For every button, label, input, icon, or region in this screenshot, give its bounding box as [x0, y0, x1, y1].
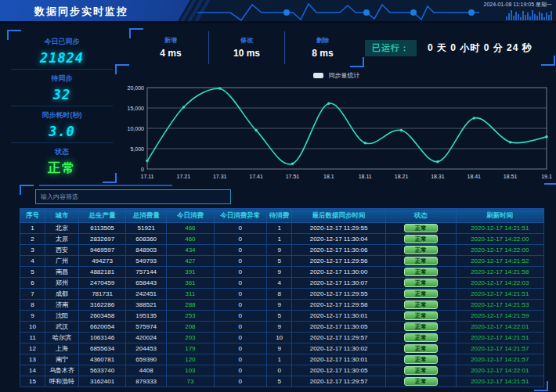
city-sync-table-panel: 序号城市总生产量总消费量今日消费今日消费异常待消费最后数据同步时间状态刷新时间 …: [20, 208, 544, 388]
cell-production: 494273: [78, 256, 125, 267]
cell-today: 288: [167, 300, 214, 311]
cell-production: 6620054: [78, 322, 125, 333]
cell-city: 武汉: [45, 322, 79, 333]
cell-today: 73: [167, 376, 214, 387]
chart-point: [291, 162, 294, 165]
chart-point: [255, 129, 258, 132]
chart-point: [400, 129, 403, 132]
cell-consumption: 204453: [126, 343, 167, 354]
cell-city: 乌鲁木齐: [45, 365, 79, 376]
cell-seq: 6: [20, 278, 45, 289]
chart-y-tick: 10,000: [128, 126, 145, 131]
cell-production: 6855634: [78, 343, 125, 354]
table-row: 9沈阳2603458195135253052020-12-17 11:30:01…: [20, 311, 544, 322]
uptime-panel: 已运行： 0 天 0 小时 0 分 24 秒: [365, 33, 551, 63]
cell-refresh: 2020-12-17 14:22:01: [456, 322, 543, 333]
cell-production: 4360781: [78, 354, 125, 365]
status-badge: 正常: [404, 290, 438, 298]
cell-today: 120: [167, 354, 214, 365]
cell-pending: 5: [267, 256, 292, 267]
cell-production: 9469597: [78, 245, 125, 256]
stat-value: 正常: [11, 160, 113, 177]
cell-seq: 9: [20, 311, 45, 322]
cell-seq: 5: [20, 267, 45, 278]
cell-production: 6113505: [78, 223, 125, 234]
equalizer-bar: [518, 14, 519, 20]
equalizer-bar: [543, 17, 545, 20]
cell-abnormal: 0: [214, 365, 267, 376]
cell-last-sync: 2020-12-17 11:29:57: [292, 376, 386, 387]
cell-refresh: 2020-12-17 14:21:52: [456, 256, 543, 267]
chart-point: [545, 135, 548, 138]
cell-status: 正常: [385, 289, 456, 300]
cell-city: 北京: [45, 223, 79, 234]
cell-production: 3162286: [78, 300, 125, 311]
filter-input[interactable]: [35, 189, 231, 204]
cell-abnormal: 0: [214, 354, 267, 365]
stats-sidebar: 今日已同步21824待同步32同步耗时(秒)3.0状态正常: [11, 33, 113, 180]
cell-last-sync: 2020-12-17 11:30:02: [292, 343, 386, 354]
chart-x-tick: 18.21: [395, 174, 409, 179]
chart-x-tick: 17.41: [249, 174, 263, 179]
cell-refresh: 2020-12-17 14:22:00: [456, 245, 543, 256]
status-badge: 正常: [404, 224, 438, 232]
cell-status: 正常: [385, 343, 456, 354]
cell-consumption: 242451: [126, 289, 167, 300]
equalizer-decoration: [450, 9, 552, 20]
stat-block-2: 同步耗时(秒)3.0: [11, 106, 113, 143]
column-header-7: 最后数据同步时间: [292, 209, 386, 223]
table-row: 4广州494273549793427052020-12-17 11:29:56正…: [20, 256, 544, 267]
cell-pending: 0: [267, 365, 292, 376]
chart-line: [147, 88, 547, 164]
column-header-6: 待消费: [267, 209, 292, 223]
status-badge: 正常: [404, 311, 438, 320]
cell-production: 2832697: [78, 234, 125, 245]
cell-pending: 5: [267, 311, 292, 322]
table-row: 2太原2832697608360460012020-12-17 11:30:04…: [20, 234, 544, 245]
cell-last-sync: 2020-12-17 11:29:55: [292, 223, 386, 234]
cell-city: 南宁: [45, 354, 79, 365]
cell-abnormal: 0: [214, 289, 267, 300]
cell-status: 正常: [385, 256, 456, 267]
clock-area: 2024-01-08 11:19:05 星期一: [450, 1, 552, 20]
cell-city: 哈尔滨: [45, 333, 79, 343]
latency-label: 新增: [133, 36, 208, 45]
cell-last-sync: 2020-12-17 11:30:01: [292, 354, 386, 365]
table-row: 11哈尔滨10631464200242030102020-12-17 11:29…: [20, 333, 544, 343]
cell-status: 正常: [385, 333, 456, 343]
equalizer-bar: [515, 12, 517, 20]
chart-point: [218, 87, 222, 90]
cell-seq: 2: [20, 234, 45, 245]
chart-y-tick: 5,000: [130, 146, 144, 152]
chart-x-tick: 18.11: [359, 174, 372, 179]
cell-pending: 1: [267, 234, 292, 245]
latency-label: 删除: [285, 36, 360, 45]
cell-city: 上海: [45, 343, 79, 354]
cell-today: 208: [167, 322, 214, 333]
equalizer-bar: [532, 10, 533, 20]
chart-point: [473, 117, 476, 120]
cell-last-sync: 2020-12-17 11:30:07: [292, 278, 386, 289]
stat-block-3: 状态正常: [11, 143, 113, 180]
equalizer-bar: [546, 13, 547, 20]
latency-label: 修改: [209, 36, 284, 45]
cell-today: 203: [167, 333, 214, 343]
status-badge: 正常: [404, 300, 438, 309]
cell-status: 正常: [385, 300, 456, 311]
cell-production: 3162401: [78, 376, 125, 387]
equalizer-bar: [536, 16, 538, 20]
cell-city: 西安: [45, 245, 79, 256]
dashboard: 数据同步实时监控 2024-01-08 11:19:05 星期一 今日已同步21…: [0, 0, 556, 392]
table-row: 7成都781731242451311082020-12-17 11:29:55正…: [20, 289, 544, 300]
cell-refresh: 2020-12-17 14:22:00: [456, 234, 543, 245]
cell-abnormal: 0: [214, 376, 267, 387]
equalizer-bar: [534, 14, 536, 20]
stat-label: 今日已同步: [11, 37, 113, 47]
cell-abnormal: 0: [214, 256, 267, 267]
cell-refresh: 2020-12-17 14:21:53: [456, 300, 543, 311]
equalizer-bar: [506, 16, 507, 20]
chart-legend[interactable]: 同步量统计: [119, 71, 554, 80]
column-header-1: 城市: [45, 209, 79, 223]
stat-block-1: 待同步32: [11, 70, 113, 106]
equalizer-bar: [529, 16, 531, 20]
